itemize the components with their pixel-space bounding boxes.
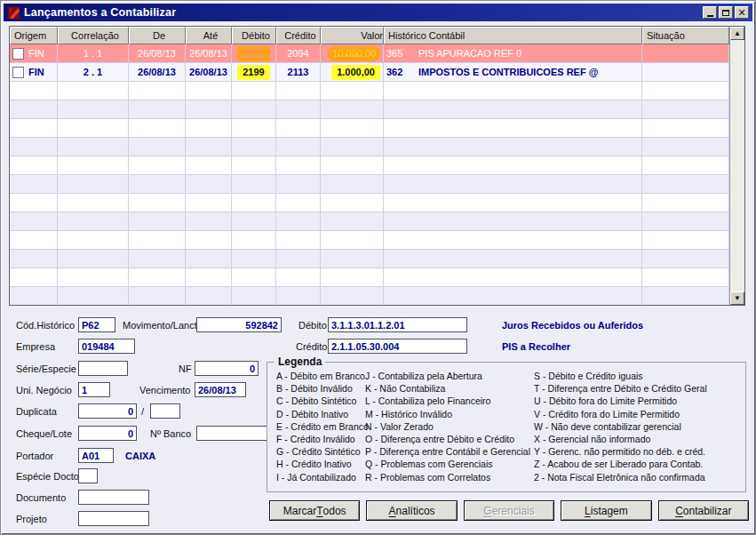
empty-cell [129,138,186,156]
marcar-todos-button[interactable]: Marcar Todos [269,500,360,521]
column-header-origem[interactable]: Origem [10,27,58,44]
empty-cell [58,231,129,250]
serie-especie-field[interactable] [78,361,128,376]
legend-item: Y - Gerenc. não permitido no déb. e créd… [534,445,744,458]
portador-desc: CAIXA [125,451,155,461]
minimize-button[interactable] [703,6,717,19]
empty-cell [642,175,729,194]
titlebar[interactable]: Lançamentos a Contabilizar ✕ [4,4,752,21]
table-row-empty[interactable] [10,138,729,156]
empty-cell [10,250,58,268]
table-row-empty[interactable] [10,231,729,250]
cell-historico-contabil: 362IMPOSTOS E CONTRIBUICOES REF @ [384,63,642,82]
nf-field[interactable] [195,361,259,376]
empty-cell [186,119,232,138]
column-header-valor[interactable]: Valor [321,27,384,44]
empty-cell [186,194,232,212]
documento-field[interactable] [78,490,149,505]
nf-label: NF [179,363,192,374]
column-header-correla-o[interactable]: Correlação [58,27,129,44]
empty-cell [321,119,384,138]
table-row-empty[interactable] [10,156,729,175]
especie-docto-label: Espécie Docto [16,471,79,482]
cheque-lote-field[interactable] [78,426,137,441]
table-row[interactable]: FIN2 . 126/08/1326/08/13219921131.000,00… [10,63,729,82]
legend-item: M - Histórico Inválido [365,408,534,420]
row-checkbox[interactable] [12,48,24,60]
credito-label: Crédito [296,341,327,352]
column-header-d-bito[interactable]: Débito [232,27,276,44]
empty-cell [384,231,642,250]
empty-cell [129,100,186,119]
legend-item: F - Crédito Inválido [276,433,365,445]
legend-item: R - Problemas com Correlatos [365,471,534,483]
table-row-empty[interactable] [10,287,729,305]
vencimento-field[interactable] [195,382,246,397]
duplicata-field[interactable] [78,403,137,419]
duplicata-label: Duplicata [16,406,57,417]
no-banco-field[interactable] [196,426,275,441]
contabilizar-button[interactable]: Contabilizar [658,500,749,521]
table-row[interactable]: FIN1 . 126/08/1326/08/133851209410.000,0… [10,44,729,63]
column-header-de[interactable]: De [129,27,186,44]
column-header-hist-rico-cont-bil[interactable]: Histórico Contábil [384,27,642,44]
empty-cell [321,268,384,287]
uni-negocio-field[interactable] [78,382,110,397]
vertical-scrollbar[interactable]: ▲ ▼ [729,27,744,305]
empty-cell [10,119,58,138]
empty-cell [232,268,276,287]
empty-cell [642,287,729,305]
cheque-lote-label: Cheque/Lote [16,428,72,439]
listagem-button[interactable]: Listagem [561,500,651,521]
empty-cell [321,175,384,194]
gerenciais-button[interactable]: Gerenciais [464,500,554,521]
legend-item: A - Débito em Branco [276,370,365,382]
especie-docto-field[interactable] [78,468,98,483]
empty-cell [276,194,321,212]
projeto-field[interactable] [78,511,149,526]
table-row-empty[interactable] [10,212,729,231]
table-row-empty[interactable] [10,250,729,268]
empty-cell [10,287,58,305]
empty-cell [642,82,729,100]
historico-code: 362 [386,63,410,81]
legend-item: N - Valor Zerado [365,420,534,433]
legend-item: Q - Problemas com Gerenciais [365,458,534,470]
legend-title: Legenda [275,355,325,368]
table-row-empty[interactable] [10,100,729,119]
debito-highlight: 2199 [237,65,269,80]
credito-field[interactable] [328,339,467,354]
cell-valor: 1.000,00 [321,63,384,82]
empty-cell [276,287,321,305]
table-row-empty[interactable] [10,82,729,100]
column-header-cr-dito[interactable]: Crédito [276,27,321,44]
maximize-button[interactable] [719,6,733,19]
table-row-empty[interactable] [10,268,729,287]
empresa-field[interactable] [78,339,135,354]
scrollbar-track[interactable] [730,40,744,291]
empty-cell [642,119,729,138]
scroll-down-button[interactable]: ▼ [730,291,744,305]
legend-item: V - Crédito fora do Limite Permitido [534,408,744,420]
table-row-empty[interactable] [10,194,729,212]
empty-cell [186,268,232,287]
cell-correlacao: 1 . 1 [58,44,129,63]
scroll-up-button[interactable]: ▲ [730,27,744,40]
movimento-lancto-field[interactable] [196,317,282,332]
column-header-situa-o[interactable]: Situação [642,27,729,44]
legend-item: P - Diferença entre Contábil e Gerencial [365,445,534,458]
empty-cell [10,100,58,119]
column-header-at-[interactable]: Até [186,27,232,44]
empty-cell [232,119,276,138]
table-row-empty[interactable] [10,175,729,194]
analiticos-button[interactable]: Analíticos [366,500,457,521]
table-row-empty[interactable] [10,119,729,138]
row-checkbox[interactable] [12,67,24,78]
close-button[interactable]: ✕ [735,6,749,19]
cell-origem: FIN [10,63,58,82]
debito-field[interactable] [328,317,467,332]
cod-historico-field[interactable] [78,317,115,332]
empty-cell [232,100,276,119]
portador-field[interactable] [78,448,114,463]
duplicata-seq-field[interactable] [150,403,180,419]
